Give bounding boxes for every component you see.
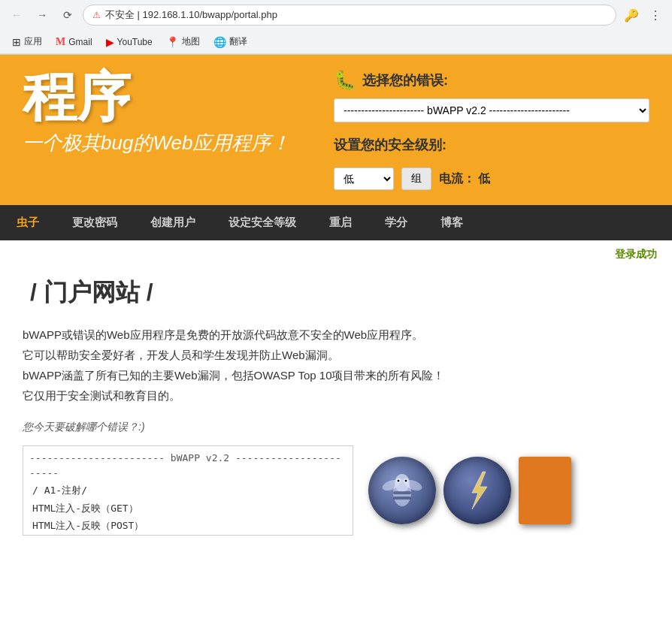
bug-list-box[interactable]: ----------------------- bWAPP v2.2 -----…	[23, 445, 353, 536]
set-security-button[interactable]: 组	[401, 168, 431, 190]
nav-change-password[interactable]: 更改密码	[56, 205, 134, 240]
maps-icon: 📍	[166, 36, 179, 48]
svg-rect-5	[393, 491, 411, 494]
bookmark-apps[interactable]: ⊞ 应用	[6, 33, 48, 50]
bee-icon: 🐛	[334, 70, 356, 91]
gmail-icon: M	[56, 36, 65, 48]
bug-select[interactable]: ----------------------- bWAPP v2.2 -----…	[334, 98, 649, 122]
back-button[interactable]: ←	[6, 5, 27, 26]
bookmark-apps-label: 应用	[24, 35, 42, 48]
bottom-section: ----------------------- bWAPP v2.2 -----…	[23, 445, 624, 551]
browser-nav: ← → ⟳ ⚠ 不安全 | 192.168.1.10/bwapp/portal.…	[0, 0, 672, 30]
login-success-message: 登录成功	[0, 240, 672, 261]
nav-bug[interactable]: 虫子	[0, 205, 56, 240]
logo-section	[368, 445, 571, 536]
bookmarks-bar: ⊞ 应用 M Gmail ▶ YouTube 📍 地图 🌐 翻译	[0, 30, 672, 54]
bookmark-gmail[interactable]: M Gmail	[50, 34, 98, 50]
nav-reset[interactable]: 重启	[313, 205, 368, 240]
orange-logo	[519, 457, 571, 524]
security-label: 设置您的安全级别:	[334, 136, 446, 154]
lightning-logo	[443, 457, 511, 524]
page-description: bWAPP或错误的Web应用程序是免费的开放源代码故意不安全的Web应用程序。 …	[23, 325, 624, 406]
question-text: 您今天要破解哪个错误？:)	[23, 421, 624, 434]
menu-button[interactable]: ⋮	[645, 5, 666, 26]
page-content: 程序 一个极其bug的Web应用程序！ 🐛 选择您的错误: ----------…	[0, 55, 672, 566]
main-content-area: / 门户网站 / bWAPP或错误的Web应用程序是免费的开放源代码故意不安全的…	[0, 261, 646, 566]
reload-button[interactable]: ⟳	[57, 5, 78, 26]
nav-set-security[interactable]: 设定安全等级	[212, 205, 313, 240]
nav-credits[interactable]: 学分	[368, 205, 424, 240]
main-nav: 虫子 更改密码 创建用户 设定安全等级 重启 学分 博客	[0, 205, 672, 240]
page-title: / 门户网站 /	[23, 276, 624, 309]
bookmark-translate[interactable]: 🌐 翻译	[207, 33, 253, 50]
desc-line-3: bWAPP涵盖了所有已知的主要Web漏洞，包括OWASP Top 10项目带来的…	[23, 365, 624, 385]
desc-line-4: 它仅用于安全测试和教育目的。	[23, 385, 624, 406]
bug-list-item-3[interactable]: HTML注入-（当前URL）	[26, 535, 350, 536]
bookmark-maps-label: 地图	[182, 35, 200, 48]
bookmark-translate-label: 翻译	[229, 35, 247, 48]
bug-list-item-2[interactable]: HTML注入-反映（POST）	[26, 517, 350, 535]
desc-line-1: bWAPP或错误的Web应用程序是免费的开放源代码故意不安全的Web应用程序。	[23, 325, 624, 345]
security-row: 设置您的安全级别:	[334, 136, 649, 154]
browser-actions: 🔑 ⋮	[621, 5, 666, 26]
bookmark-youtube-label: YouTube	[117, 37, 153, 47]
address-bar[interactable]: ⚠ 不安全 | 192.168.1.10/bwapp/portal.php	[83, 5, 616, 26]
desc-line-2: 它可以帮助安全爱好者，开发人员和学生发现并防止Web漏洞。	[23, 345, 624, 365]
svg-point-10	[405, 480, 407, 482]
nav-create-user[interactable]: 创建用户	[134, 205, 212, 240]
security-current: 电流： 低	[439, 171, 490, 187]
hero-subtitle: 一个极其bug的Web应用程序！	[23, 130, 319, 156]
lock-icon: ⚠	[92, 10, 101, 20]
bug-list-item-1[interactable]: HTML注入-反映（GET）	[26, 500, 350, 518]
browser-chrome: ← → ⟳ ⚠ 不安全 | 192.168.1.10/bwapp/portal.…	[0, 0, 672, 55]
nav-blog[interactable]: 博客	[424, 205, 480, 240]
forward-button[interactable]: →	[32, 5, 53, 26]
bookmark-gmail-label: Gmail	[68, 37, 92, 47]
hero-left: 程序 一个极其bug的Web应用程序！	[23, 70, 319, 156]
svg-point-9	[398, 480, 400, 482]
wasp-svg	[376, 464, 428, 517]
hero-select-label: 🐛 选择您的错误:	[334, 70, 649, 91]
key-button[interactable]: 🔑	[621, 5, 642, 26]
youtube-icon: ▶	[106, 36, 114, 48]
bookmark-maps[interactable]: 📍 地图	[160, 33, 206, 50]
bug-list-container: ----------------------- bWAPP v2.2 -----…	[23, 445, 353, 536]
svg-rect-6	[393, 497, 411, 500]
hero-title: 程序	[23, 70, 319, 124]
hero-right: 🐛 选择您的错误: ----------------------- bWAPP …	[334, 70, 649, 190]
bookmark-youtube[interactable]: ▶ YouTube	[100, 34, 159, 50]
translate-icon: 🌐	[213, 36, 226, 48]
hero-section: 程序 一个极其bug的Web应用程序！ 🐛 选择您的错误: ----------…	[0, 55, 672, 205]
address-text: 不安全 | 192.168.1.10/bwapp/portal.php	[105, 8, 607, 22]
security-select[interactable]: 低 中 高	[334, 168, 394, 190]
bug-list-item-0[interactable]: / A1-注射/	[26, 482, 350, 500]
apps-icon: ⊞	[12, 36, 21, 48]
lightning-svg	[451, 464, 504, 517]
bug-list-header: ----------------------- bWAPP v2.2 -----…	[26, 449, 350, 482]
security-controls: 低 中 高 组 电流： 低	[334, 168, 649, 190]
wasp-logo	[368, 457, 436, 524]
